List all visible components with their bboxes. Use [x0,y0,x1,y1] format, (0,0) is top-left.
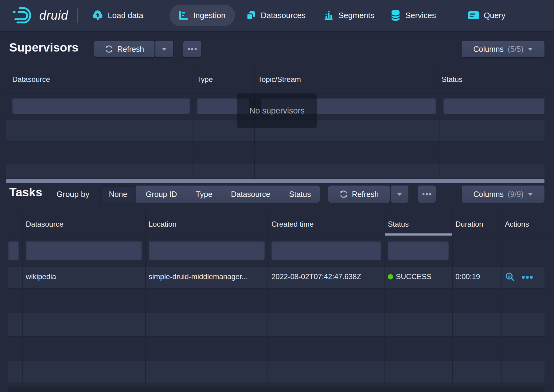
row-divider [6,163,544,163]
supervisors-refresh-caret-button[interactable] [155,41,173,57]
refresh-icon [105,45,113,53]
task-detail-search-icon[interactable] [505,272,515,282]
supervisors-refresh-button[interactable]: Refresh [94,41,154,57]
task-status-text: SUCCESS [396,272,431,281]
nav-load-data[interactable]: Load data [92,0,143,31]
druid-logo-text: druid [39,9,68,22]
tasks-col-location[interactable]: Location [149,220,177,229]
header-divider [8,236,544,236]
tasks-columns-count: (9/9) [508,190,523,199]
nav-services[interactable]: Services [390,0,436,31]
supervisors-horizontal-scrollbar[interactable] [6,179,544,183]
supervisors-datasource-filter-input[interactable] [12,98,190,114]
tasks-table: Datasource Location Created time Status … [8,212,544,382]
supervisors-columns-count: (5/5) [508,45,523,54]
supervisors-columns-button[interactable]: Columns (5/5) [462,41,544,57]
tasks-datasource-filter-input[interactable] [26,241,142,260]
column-divider[interactable] [267,212,268,382]
tasks-col-created-time[interactable]: Created time [271,220,314,229]
supervisors-title: Supervisors [9,41,78,54]
empty-row [6,163,544,178]
task-location-cell: simple-druid-middlemanager... [149,272,264,281]
more-icon [188,48,197,50]
supervisors-more-button[interactable] [183,41,201,57]
task-actions-cell [505,272,533,282]
empty-row [8,360,544,382]
group-by-group-id-button[interactable]: Group ID [136,186,187,203]
segments-icon [323,10,334,21]
nav-ingestion-active[interactable]: Ingestion [170,5,235,26]
ingestion-icon [179,10,189,20]
status-sort-indicator [384,233,452,236]
task-row-wikipedia[interactable]: wikipedia simple-druid-middlemanager... … [8,266,544,288]
row-divider [8,336,544,337]
druid-console: druid Load data [0,0,554,392]
query-icon [468,11,479,20]
supervisors-table: Datasource Type Topic/Stream Status No s… [6,67,544,178]
group-by-none-button[interactable]: None [101,186,136,203]
nav-services-label: Services [405,11,436,20]
tasks-refresh-label: Refresh [352,190,379,199]
tasks-created-time-filter-input[interactable] [271,241,381,260]
tasks-location-filter-input[interactable] [149,241,265,260]
nav-divider [453,8,453,23]
empty-row [8,312,544,336]
task-status-cell: SUCCESS [388,272,431,281]
column-divider[interactable] [452,212,453,382]
services-icon [390,10,401,21]
task-created-time-cell: 2022-08-02T07:42:47.638Z [271,272,380,281]
nav-divider [77,8,78,23]
group-by-segmented-control: None Group ID Type Datasource Status [101,186,320,203]
task-duration-cell: 0:00:19 [455,272,498,281]
supervisors-col-type[interactable]: Type [197,75,213,84]
supervisors-col-status[interactable]: Status [442,75,462,84]
nav-datasources-label: Datasources [261,11,306,20]
nav-ingestion-label: Ingestion [193,11,226,20]
nav-segments[interactable]: Segments [323,0,374,31]
nav-query[interactable]: Query [468,0,505,31]
supervisors-refresh-label: Refresh [117,45,144,54]
tasks-col-duration[interactable]: Duration [455,220,483,229]
tasks-col-datasource[interactable]: Datasource [26,220,64,229]
group-by-status-button[interactable]: Status [280,186,320,203]
column-divider[interactable] [439,67,439,178]
column-divider[interactable] [22,212,23,382]
column-divider[interactable] [193,67,193,178]
tasks-columns-button[interactable]: Columns (9/9) [462,186,544,203]
nav-segments-label: Segments [338,11,374,20]
column-divider[interactable] [501,212,502,382]
upload-icon [92,10,103,21]
tasks-horizontal-scrollbar-track[interactable] [8,387,544,392]
group-by-datasource-button[interactable]: Datasource [221,186,280,203]
tasks-status-filter-input[interactable] [388,241,449,260]
chevron-down-icon [528,192,533,196]
tasks-refresh-caret-button[interactable] [391,186,408,203]
chevron-down-icon [528,47,533,51]
more-icon [422,193,431,195]
tasks-more-button[interactable] [418,186,436,203]
supervisors-col-topic-stream[interactable]: Topic/Stream [258,75,301,84]
nav-datasources[interactable]: Datasources [246,0,306,31]
row-divider [6,141,544,142]
nav-query-label: Query [484,11,505,20]
tasks-col-actions[interactable]: Actions [505,220,529,229]
column-divider[interactable] [384,212,385,382]
no-supervisors-overlay: No supervisors [237,94,317,128]
tasks-hidden-column-filter-input[interactable] [8,241,19,260]
supervisors-status-filter-input[interactable] [443,98,544,114]
nav-load-data-label: Load data [108,11,143,20]
chevron-down-icon [162,47,167,51]
datasources-icon [246,10,256,21]
column-divider[interactable] [145,212,146,382]
tasks-columns-label: Columns [473,190,504,199]
row-divider [8,312,544,313]
druid-logo[interactable]: druid [12,0,68,31]
group-by-type-button[interactable]: Type [187,186,221,203]
tasks-refresh-button[interactable]: Refresh [328,186,390,203]
row-divider [8,360,544,361]
tasks-col-status-sorted[interactable]: Status [388,220,409,229]
task-datasource-cell: wikipedia [26,272,141,281]
task-more-actions-icon[interactable] [521,275,533,279]
supervisors-col-datasource[interactable]: Datasource [12,75,50,84]
chevron-down-icon [397,192,402,196]
